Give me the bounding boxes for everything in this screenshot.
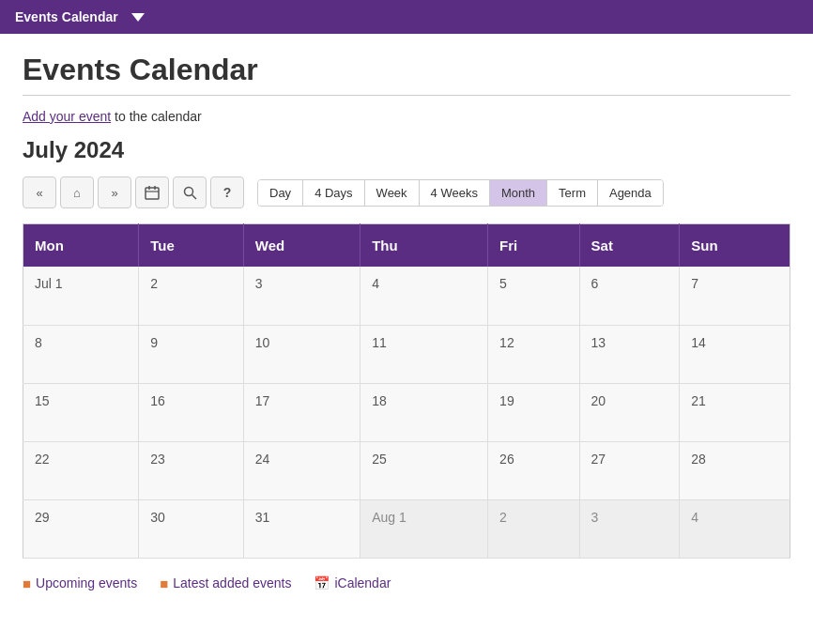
calendar-row: 15161718192021 <box>23 383 790 441</box>
calendar-row: 293031Aug 1234 <box>23 499 790 558</box>
calendar-cell[interactable]: 25 <box>360 441 488 499</box>
add-event-link[interactable]: Add your event <box>23 109 111 124</box>
calendar-row: 891011121314 <box>23 325 790 383</box>
calendar-cell[interactable]: 15 <box>23 383 139 441</box>
footer-links: ■Upcoming events■Latest added events📅iCa… <box>23 575 790 591</box>
rss-icon: ■ <box>23 575 31 591</box>
calendar-cell[interactable]: 8 <box>23 325 139 383</box>
calendar-picker-button[interactable] <box>135 176 169 208</box>
calendar-header: MonTueWedThuFriSatSun <box>23 224 790 268</box>
calendar-cell[interactable]: 17 <box>243 383 360 441</box>
calendar-cell[interactable]: 31 <box>243 499 360 558</box>
svg-rect-0 <box>146 188 159 199</box>
top-bar-triangle <box>131 13 145 22</box>
footer-link-label: Upcoming events <box>36 575 137 590</box>
calendar-header-sat: Sat <box>579 224 680 268</box>
calendar-cell[interactable]: 4 <box>680 499 790 558</box>
calendar-cell[interactable]: 14 <box>680 325 790 383</box>
calendar-cell[interactable]: 30 <box>139 499 244 558</box>
svg-line-5 <box>192 194 196 199</box>
top-bar: Events Calendar <box>0 0 813 34</box>
calendar-cell[interactable]: 4 <box>360 267 488 325</box>
calendar-cell[interactable]: 3 <box>243 267 360 325</box>
footer-link-icalendar[interactable]: 📅iCalendar <box>314 575 391 590</box>
calendar-header-wed: Wed <box>243 224 360 268</box>
calendar-cell[interactable]: 26 <box>488 441 579 499</box>
rss-icon: ■ <box>160 575 168 591</box>
calendar-row: 22232425262728 <box>23 441 790 499</box>
footer-link-label: iCalendar <box>334 575 391 590</box>
calendar-header-sun: Sun <box>680 224 790 268</box>
calendar-cell[interactable]: 22 <box>23 441 139 499</box>
add-event-line: Add your event to the calendar <box>23 109 790 124</box>
calendar-row: Jul 1234567 <box>23 267 790 325</box>
calendar-cell[interactable]: 3 <box>579 499 680 558</box>
view-btn-day[interactable]: Day <box>258 180 303 206</box>
calendar-header-tue: Tue <box>139 224 244 268</box>
calendar-cell[interactable]: 23 <box>139 441 244 499</box>
calendar-cell[interactable]: 27 <box>579 441 680 499</box>
home-button[interactable]: ⌂ <box>60 176 94 208</box>
top-bar-title: Events Calendar <box>15 9 118 24</box>
calendar-cell[interactable]: 16 <box>139 383 244 441</box>
view-btn-month[interactable]: Month <box>490 180 547 206</box>
calendar-cell[interactable]: 9 <box>139 325 244 383</box>
svg-point-4 <box>184 187 192 195</box>
calendar-table: MonTueWedThuFriSatSun Jul 12345678910111… <box>23 223 790 559</box>
calendar-cell[interactable]: 6 <box>579 267 680 325</box>
view-buttons: Day4 DaysWeek4 WeeksMonthTermAgenda <box>257 179 664 207</box>
main-content: Events Calendar Add your event to the ca… <box>0 34 813 610</box>
calendar-cell[interactable]: 2 <box>488 499 579 558</box>
ical-icon: 📅 <box>314 575 330 590</box>
calendar-cell[interactable]: 28 <box>680 441 790 499</box>
calendar-cell[interactable]: 19 <box>488 383 579 441</box>
month-title: July 2024 <box>23 137 790 163</box>
help-button[interactable]: ? <box>210 176 244 208</box>
calendar-header-fri: Fri <box>488 224 579 268</box>
calendar-header-thu: Thu <box>360 224 488 268</box>
nav-buttons: « ⌂ » ? <box>23 176 244 208</box>
view-btn-4-days[interactable]: 4 Days <box>303 180 364 206</box>
next-next-button[interactable]: » <box>98 176 131 208</box>
view-btn-4-weeks[interactable]: 4 Weeks <box>420 180 490 206</box>
calendar-body: Jul 123456789101112131415161718192021222… <box>23 267 790 558</box>
footer-link-upcoming-events[interactable]: ■Upcoming events <box>23 575 137 591</box>
add-event-suffix: to the calendar <box>115 109 202 124</box>
calendar-cell[interactable]: 20 <box>579 383 680 441</box>
footer-link-latest-added-events[interactable]: ■Latest added events <box>160 575 291 591</box>
view-btn-term[interactable]: Term <box>547 180 598 206</box>
prev-prev-button[interactable]: « <box>23 176 56 208</box>
view-btn-week[interactable]: Week <box>365 180 420 206</box>
calendar-cell[interactable]: 18 <box>360 383 488 441</box>
calendar-cell[interactable]: 13 <box>579 325 680 383</box>
footer-link-label: Latest added events <box>173 575 291 590</box>
toolbar: « ⌂ » ? Day4 DaysWeek4 WeeksMonthTerm <box>23 176 790 208</box>
calendar-cell[interactable]: 2 <box>139 267 244 325</box>
page-title: Events Calendar <box>23 53 790 96</box>
calendar-cell[interactable]: 24 <box>243 441 360 499</box>
calendar-header-mon: Mon <box>23 224 139 268</box>
calendar-cell[interactable]: 12 <box>488 325 579 383</box>
calendar-cell[interactable]: 11 <box>360 325 488 383</box>
calendar-cell[interactable]: 29 <box>23 499 139 558</box>
calendar-cell[interactable]: Aug 1 <box>360 499 488 558</box>
calendar-cell[interactable]: 7 <box>680 267 790 325</box>
calendar-cell[interactable]: 21 <box>680 383 790 441</box>
calendar-cell[interactable]: Jul 1 <box>23 267 139 325</box>
search-button[interactable] <box>173 176 207 208</box>
calendar-cell[interactable]: 5 <box>488 267 579 325</box>
view-btn-agenda[interactable]: Agenda <box>598 180 663 206</box>
calendar-cell[interactable]: 10 <box>243 325 360 383</box>
